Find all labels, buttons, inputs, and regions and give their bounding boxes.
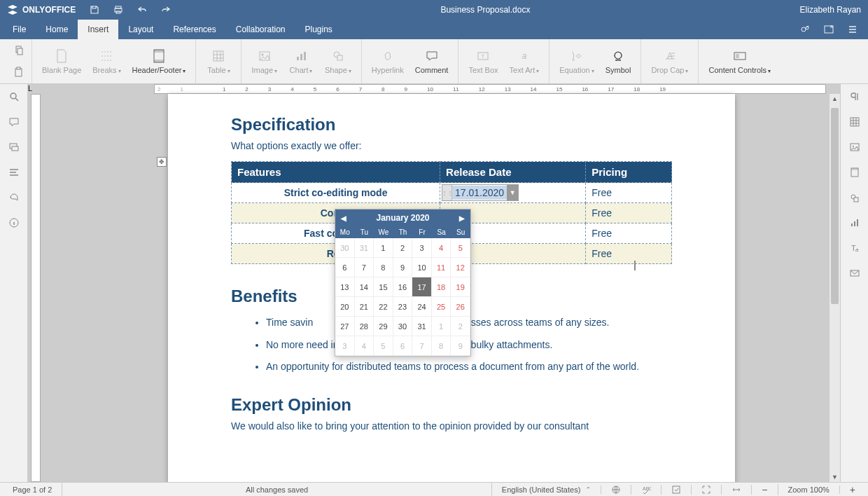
calendar-prev-icon[interactable]: ◀ bbox=[341, 214, 346, 222]
calendar-day[interactable]: 12 bbox=[451, 258, 470, 277]
user-name[interactable]: Elizabeth Rayan bbox=[800, 5, 861, 15]
calendar-day[interactable]: 8 bbox=[374, 258, 393, 277]
content-controls-button[interactable]: Content Controls▾ bbox=[703, 39, 776, 83]
text-box-button[interactable]: TText Box bbox=[463, 39, 503, 83]
horizontal-ruler[interactable]: 2112345678910111213141516171819 bbox=[154, 84, 826, 94]
chart-button[interactable]: Chart▾ bbox=[283, 39, 319, 83]
calendar-day[interactable]: 25 bbox=[432, 297, 451, 317]
menu-tab-home[interactable]: Home bbox=[36, 20, 78, 39]
spellcheck-icon[interactable]: ABC bbox=[631, 485, 662, 495]
pricing-cell[interactable]: Free bbox=[586, 223, 672, 244]
calendar-day[interactable]: 6 bbox=[335, 258, 355, 277]
text-art-button[interactable]: aText Art▾ bbox=[504, 39, 545, 83]
calendar-day[interactable]: 4 bbox=[355, 336, 374, 356]
vertical-scrollbar[interactable]: ▲ ▼ bbox=[829, 94, 840, 482]
text-art-settings-icon[interactable]: Ta bbox=[849, 242, 860, 254]
header-footer-settings-icon[interactable] bbox=[849, 167, 860, 178]
table-button[interactable]: Table▾ bbox=[200, 39, 237, 83]
chat-panel-icon[interactable] bbox=[8, 142, 20, 153]
symbol-button[interactable]: Symbol bbox=[600, 39, 637, 83]
equation-button[interactable]: Equation▾ bbox=[554, 39, 599, 83]
calendar-day[interactable]: 23 bbox=[393, 297, 413, 317]
paste-icon[interactable] bbox=[13, 67, 24, 78]
calendar-day[interactable]: 7 bbox=[412, 336, 432, 356]
calendar-day[interactable]: 22 bbox=[374, 297, 393, 317]
header-footer-button[interactable]: Header/Footer▾ bbox=[127, 39, 192, 83]
table-row[interactable]: Strict co-editing mode ⋮⋮ 17.01.2020 ▼ F… bbox=[232, 183, 672, 203]
zoom-in-button[interactable]: + bbox=[840, 484, 865, 495]
scroll-thumb[interactable] bbox=[831, 108, 839, 304]
calendar-day[interactable]: 24 bbox=[412, 297, 432, 317]
calendar-day[interactable]: 16 bbox=[393, 277, 413, 297]
print-icon[interactable] bbox=[113, 5, 123, 15]
calendar-day[interactable]: 18 bbox=[432, 277, 451, 297]
calendar-day[interactable]: 3 bbox=[335, 336, 355, 356]
date-control-value[interactable]: 17.01.2020 bbox=[452, 186, 507, 200]
undo-icon[interactable] bbox=[137, 5, 147, 15]
menu-tab-file[interactable]: File bbox=[3, 20, 36, 39]
feedback-icon[interactable] bbox=[8, 192, 20, 203]
date-content-control[interactable]: ⋮⋮ 17.01.2020 ▼ bbox=[442, 184, 519, 201]
zoom-level[interactable]: Zoom 100% bbox=[778, 485, 840, 494]
share-icon[interactable] bbox=[799, 24, 811, 35]
pricing-cell[interactable]: Free bbox=[586, 183, 672, 203]
calendar-day[interactable]: 31 bbox=[412, 317, 432, 336]
scroll-down-icon[interactable]: ▼ bbox=[830, 472, 840, 482]
comments-panel-icon[interactable] bbox=[8, 116, 20, 128]
release-date-cell[interactable]: ⋮⋮ 17.01.2020 ▼ bbox=[440, 183, 586, 203]
calendar-day[interactable]: 11 bbox=[432, 258, 451, 277]
language-selector[interactable]: English (United States)⌃ bbox=[492, 485, 602, 494]
calendar-day[interactable]: 1 bbox=[432, 317, 451, 336]
paragraph-settings-icon[interactable] bbox=[849, 91, 860, 102]
calendar-day[interactable]: 10 bbox=[412, 258, 432, 277]
calendar-day[interactable]: 17 bbox=[412, 277, 432, 297]
calendar-day[interactable]: 27 bbox=[335, 317, 355, 336]
feature-cell[interactable]: Strict co-editing mode bbox=[232, 183, 440, 203]
save-icon[interactable] bbox=[90, 5, 99, 15]
copy-icon[interactable] bbox=[13, 45, 24, 56]
calendar-day[interactable]: 13 bbox=[335, 277, 355, 297]
page-indicator[interactable]: Page 1 of 2 bbox=[3, 483, 62, 496]
calendar-day[interactable]: 30 bbox=[393, 317, 413, 336]
menu-tab-layout[interactable]: Layout bbox=[118, 20, 163, 39]
menu-tab-collaboration[interactable]: Collaboration bbox=[226, 20, 295, 39]
menu-tab-insert[interactable]: Insert bbox=[78, 20, 118, 39]
calendar-day[interactable]: 31 bbox=[355, 238, 374, 258]
image-button[interactable]: Image▾ bbox=[246, 39, 283, 83]
fit-width-icon[interactable] bbox=[722, 485, 752, 495]
menu-more-icon[interactable] bbox=[847, 24, 858, 35]
calendar-day[interactable]: 5 bbox=[451, 238, 470, 258]
calendar-day[interactable]: 20 bbox=[335, 297, 355, 317]
blank-page-button[interactable]: Blank Page bbox=[36, 39, 87, 83]
calendar-day[interactable]: 29 bbox=[374, 317, 393, 336]
calendar-next-icon[interactable]: ▶ bbox=[459, 214, 465, 222]
table-resize-handle[interactable] bbox=[634, 261, 636, 270]
calendar-day[interactable]: 26 bbox=[451, 297, 470, 317]
menu-tab-plugins[interactable]: Plugins bbox=[295, 20, 342, 39]
calendar-popup[interactable]: ◀ January 2020 ▶ MoTuWeThFrSaSu 30311234… bbox=[335, 209, 471, 357]
fit-page-icon[interactable] bbox=[692, 485, 722, 495]
track-changes-icon[interactable] bbox=[662, 485, 692, 495]
navigation-panel-icon[interactable] bbox=[8, 167, 20, 178]
mail-merge-icon[interactable] bbox=[849, 268, 860, 279]
date-control-dropdown-icon[interactable]: ▼ bbox=[507, 185, 518, 200]
list-item[interactable]: An opportunity for distributed teams to … bbox=[266, 356, 672, 378]
calendar-day[interactable]: 3 bbox=[412, 238, 432, 258]
menu-tab-references[interactable]: References bbox=[163, 20, 225, 39]
vertical-ruler[interactable] bbox=[28, 94, 43, 482]
calendar-day[interactable]: 15 bbox=[374, 277, 393, 297]
pricing-cell[interactable]: Free bbox=[586, 203, 672, 223]
calendar-day[interactable]: 2 bbox=[451, 317, 470, 336]
comment-button[interactable]: Comment bbox=[410, 39, 454, 83]
table-move-handle[interactable]: ✥ bbox=[157, 157, 167, 167]
calendar-day[interactable]: 2 bbox=[393, 238, 413, 258]
chart-settings-icon[interactable] bbox=[849, 217, 860, 228]
breaks-button[interactable]: Breaks▾ bbox=[87, 39, 126, 83]
calendar-day[interactable]: 28 bbox=[355, 317, 374, 336]
spellcheck-globe-icon[interactable] bbox=[601, 485, 631, 495]
drop-cap-button[interactable]: ADrop Cap▾ bbox=[645, 39, 694, 83]
image-settings-icon[interactable] bbox=[849, 142, 860, 153]
about-icon[interactable] bbox=[8, 217, 20, 228]
calendar-day[interactable]: 9 bbox=[393, 258, 413, 277]
calendar-day[interactable]: 6 bbox=[393, 336, 413, 356]
